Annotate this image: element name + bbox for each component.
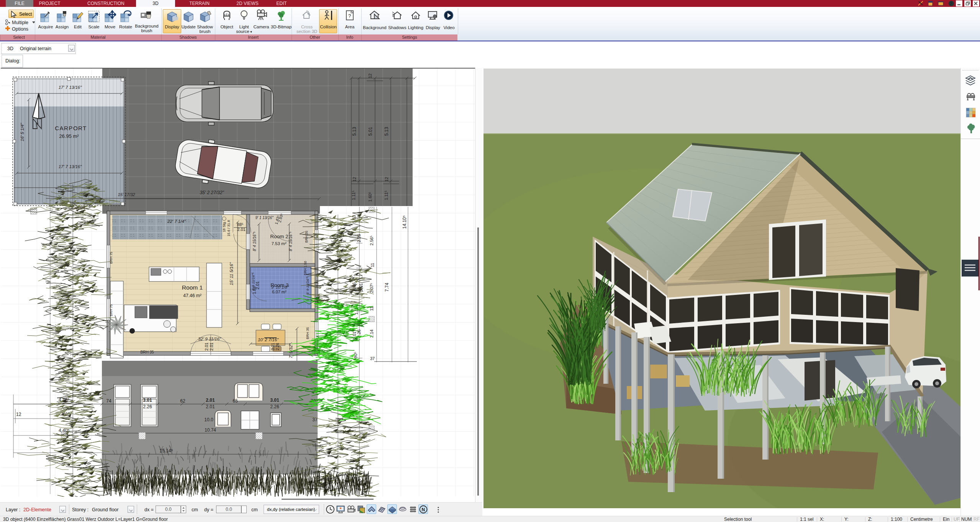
svg-text:5.01: 5.01 [368, 127, 373, 136]
svg-text:3.01: 3.01 [143, 398, 152, 403]
svg-text:Options: Options [12, 26, 28, 32]
svg-text:12: 12 [384, 177, 389, 182]
svg-text:8' 4 15/16"⁵: 8' 4 15/16"⁵ [252, 231, 257, 251]
svg-text:22' 7 1/4": 22' 7 1/4" [167, 219, 186, 224]
svg-text:2.07⁵: 2.07⁵ [369, 283, 374, 293]
svg-text:Room 1: Room 1 [182, 284, 203, 291]
svg-text:17' 7 13/16": 17' 7 13/16" [59, 85, 82, 90]
svg-text:10.0: 10.0 [204, 417, 213, 422]
svg-text:37: 37 [370, 356, 375, 361]
svg-text:2.56⁵: 2.56⁵ [369, 236, 374, 245]
svg-text:10.74: 10.74 [205, 427, 216, 433]
svg-text:74: 74 [106, 398, 111, 404]
svg-text:3.01: 3.01 [271, 343, 275, 350]
svg-text:9' 1 13/16": 9' 1 13/16" [255, 216, 274, 220]
svg-text:35' 2 27/32": 35' 2 27/32" [200, 190, 224, 195]
svg-text:BRH 75: BRH 75 [109, 252, 113, 264]
svg-text:BRH 35: BRH 35 [140, 350, 154, 354]
svg-text:BRH 75: BRH 75 [109, 304, 113, 316]
svg-text:2.01: 2.01 [206, 398, 215, 403]
svg-text:37: 37 [312, 417, 318, 422]
svg-text:18 Stg.: 18 Stg. [222, 221, 226, 232]
svg-text:1.11⁵: 1.11⁵ [351, 190, 356, 200]
svg-text:15.14⁵: 15.14⁵ [159, 448, 173, 453]
svg-text:2.01: 2.01 [206, 404, 215, 409]
svg-text:88⁵: 88⁵ [237, 222, 244, 227]
svg-text:BRH 35: BRH 35 [306, 327, 310, 339]
svg-text:BRH 35: BRH 35 [305, 231, 308, 243]
svg-text:65: 65 [233, 398, 238, 404]
svg-text:16' 5 1/4": 16' 5 1/4" [20, 123, 25, 141]
svg-text:2.01: 2.01 [204, 342, 209, 350]
svg-text:2.26: 2.26 [143, 404, 152, 409]
svg-text:6' 9 11/16"⁵: 6' 9 11/16"⁵ [251, 272, 255, 291]
svg-text:62: 62 [180, 398, 185, 404]
svg-text:14.10⁵: 14.10⁵ [402, 215, 407, 229]
svg-text:1.60⁵: 1.60⁵ [368, 192, 372, 202]
svg-text:12: 12 [368, 74, 372, 78]
svg-text:CARPORT: CARPORT [55, 125, 87, 131]
svg-text:15' 17/32: 15' 17/32 [118, 192, 135, 197]
svg-text:17' 7 13/16": 17' 7 13/16" [59, 164, 82, 169]
svg-text:6.07 m²: 6.07 m² [272, 290, 287, 294]
svg-text:9' 10 1/8": 9' 10 1/8" [271, 285, 289, 290]
svg-text:5.13: 5.13 [352, 127, 357, 136]
svg-text:10' 2 7/16": 10' 2 7/16" [258, 337, 279, 342]
svg-text:11: 11 [370, 263, 375, 267]
svg-text:2.01: 2.01 [237, 227, 245, 232]
svg-text:3.01: 3.01 [270, 398, 279, 403]
svg-text:15.6 / 31.8: 15.6 / 31.8 [227, 220, 231, 237]
svg-text:47.46 m²: 47.46 m² [183, 293, 201, 298]
svg-text:26.95 m²: 26.95 m² [59, 133, 79, 139]
svg-text:Multiple: Multiple [12, 20, 28, 25]
svg-text:N: N [422, 507, 425, 512]
svg-text:12: 12 [352, 177, 357, 182]
svg-text:7.74: 7.74 [384, 283, 390, 292]
svg-text:?: ? [950, 1, 952, 6]
svg-text:15' 11 5/16": 15' 11 5/16" [229, 262, 234, 285]
svg-text:7.53 m²: 7.53 m² [272, 241, 287, 246]
svg-text:5.13: 5.13 [384, 127, 389, 136]
svg-text:2.26: 2.26 [275, 343, 280, 350]
svg-text:?: ? [348, 13, 351, 19]
svg-text:BRH 1.50: BRH 1.50 [303, 261, 307, 275]
svg-text:Room 2: Room 2 [270, 234, 288, 239]
svg-text:1.11⁵: 1.11⁵ [384, 190, 388, 200]
svg-text:2.26: 2.26 [270, 404, 279, 409]
svg-text:12: 12 [16, 412, 21, 417]
svg-text:2.01: 2.01 [209, 342, 214, 350]
